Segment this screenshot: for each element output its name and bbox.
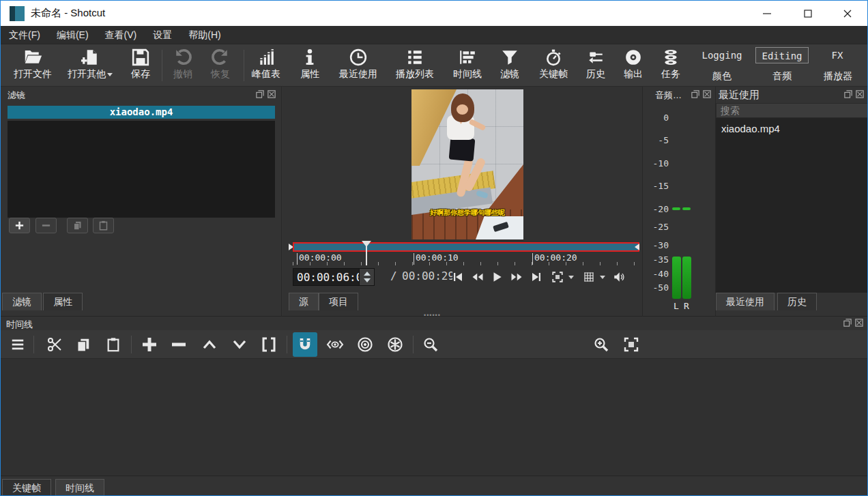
split-button[interactable] <box>257 332 281 357</box>
minimize-icon <box>763 10 771 18</box>
search-box <box>716 103 868 118</box>
copy-filters-button[interactable] <box>67 218 88 233</box>
scissors-icon <box>46 336 63 353</box>
tab-recent[interactable]: 最近使用 <box>716 293 775 310</box>
tab-properties[interactable]: 属性 <box>43 293 83 310</box>
paste-button[interactable] <box>101 332 126 357</box>
snap-button[interactable] <box>293 332 317 357</box>
open-file-button[interactable]: 打开文件 <box>2 47 63 85</box>
close-panel-icon[interactable] <box>703 90 711 98</box>
layout-fx-button[interactable]: FX <box>822 47 852 63</box>
ripple-delete-button[interactable] <box>167 332 191 357</box>
grid-button[interactable] <box>580 268 598 286</box>
stopwatch-icon <box>545 48 562 66</box>
timeline-panel: 时间线 <box>1 316 868 496</box>
zoom-in-button[interactable] <box>589 332 613 357</box>
playhead[interactable] <box>362 241 371 248</box>
float-panel-icon[interactable] <box>691 90 699 98</box>
timeline-menu-button[interactable] <box>5 332 30 357</box>
close-panel-icon[interactable] <box>856 90 864 98</box>
chevron-up-icon <box>201 336 218 353</box>
scrub-while-dragging-button[interactable] <box>323 332 347 357</box>
float-panel-icon[interactable] <box>843 319 852 327</box>
layout-player-button[interactable]: 播放器 <box>818 68 858 84</box>
ruler-label: 00:00:10 <box>416 252 459 263</box>
meter-scale-label: -15 <box>646 181 669 191</box>
menu-bar: 文件(F) 编辑(E) 查看(V) 设置 帮助(H) <box>1 26 867 44</box>
recent-panel-title: 最近使用 <box>719 89 760 102</box>
tab-timeline[interactable]: 时间线 <box>55 479 104 496</box>
timeline-panel-title: 时间线 <box>6 319 33 331</box>
filters-list[interactable] <box>8 121 275 218</box>
person <box>449 136 476 161</box>
grid-dropdown-caret[interactable] <box>600 276 605 279</box>
video-subtitle: 好啊那你想学哪句哪些呢 <box>411 208 523 218</box>
trim-out-marker[interactable] <box>635 244 639 250</box>
time-ruler[interactable]: 00:00:00 00:00:10 00:00:20 <box>293 252 639 265</box>
layout-audio-button[interactable]: 音频 <box>755 68 809 84</box>
player-panel: 好啊那你想学哪句哪些呢 00:00:00 00:00:10 00:00:20 /… <box>283 87 642 316</box>
copy-button[interactable] <box>71 332 96 357</box>
time-spinner[interactable] <box>359 269 374 285</box>
recent-button[interactable]: 最近使用 <box>328 47 389 85</box>
append-button[interactable] <box>137 332 162 357</box>
scrubber-bar[interactable] <box>293 242 639 252</box>
open-other-icon <box>81 48 99 66</box>
meter-scale-label: 0 <box>646 113 669 123</box>
lift-button[interactable] <box>197 332 222 357</box>
shotcut-window: 未命名 - Shotcut 文件(F) 编辑(E) 查看(V) 设置 帮助(H)… <box>0 0 868 496</box>
add-filter-button[interactable] <box>9 218 30 233</box>
zoom-fit-icon <box>623 336 639 353</box>
player-zoom-button[interactable] <box>549 268 566 286</box>
zoom-fit-button[interactable] <box>619 332 643 357</box>
remove-filter-button[interactable] <box>35 218 57 233</box>
layout-color-button[interactable]: 颜色 <box>698 68 746 84</box>
recent-panel: 最近使用 xiaodao.mp4 最近使用 历史 <box>716 87 868 316</box>
plus-icon <box>141 336 158 353</box>
menu-view[interactable]: 查看(V) <box>97 26 145 44</box>
asterisk-circle-icon <box>387 336 403 353</box>
skip-end-icon <box>530 271 542 283</box>
zoom-out-button[interactable] <box>418 332 443 357</box>
rewind-button[interactable] <box>469 268 487 286</box>
current-time-input[interactable] <box>293 269 359 285</box>
play-button[interactable] <box>488 268 506 286</box>
tab-source[interactable]: 源 <box>289 293 319 310</box>
paste-filters-button[interactable] <box>93 218 114 233</box>
ripple-target-icon <box>357 336 373 353</box>
menu-edit[interactable]: 编辑(E) <box>48 26 97 44</box>
menu-file[interactable]: 文件(F) <box>1 26 48 44</box>
copy-icon <box>76 337 91 352</box>
ripple-button[interactable] <box>353 332 377 357</box>
maximize-button[interactable] <box>796 5 820 23</box>
overwrite-button[interactable] <box>227 332 252 357</box>
layout-editing-button[interactable]: Editing <box>755 47 809 63</box>
tab-project[interactable]: 项目 <box>319 293 358 310</box>
recent-list-item[interactable]: xiaodao.mp4 <box>716 118 868 134</box>
minimize-button[interactable] <box>755 5 779 23</box>
menu-help[interactable]: 帮助(H) <box>180 26 229 44</box>
fast-forward-button[interactable] <box>508 268 525 286</box>
close-panel-icon[interactable] <box>267 90 276 98</box>
tab-keyframes[interactable]: 关键帧 <box>2 479 51 496</box>
volume-button[interactable] <box>610 268 628 286</box>
search-input[interactable] <box>717 104 867 117</box>
skip-start-button[interactable] <box>449 268 467 286</box>
jobs-button[interactable]: 任务 <box>640 47 701 85</box>
float-panel-icon[interactable] <box>256 90 264 98</box>
zoom-dropdown-caret[interactable] <box>568 276 574 279</box>
close-panel-icon[interactable] <box>855 319 863 327</box>
menu-settings[interactable]: 设置 <box>145 26 180 44</box>
layout-logging-button[interactable]: Logging <box>698 47 746 63</box>
skip-end-button[interactable] <box>527 268 545 286</box>
float-panel-icon[interactable] <box>844 90 852 98</box>
cut-button[interactable] <box>42 332 67 357</box>
tab-history[interactable]: 历史 <box>777 293 817 310</box>
timeline-toolbar <box>1 330 868 359</box>
spin-down-icon[interactable] <box>364 278 371 282</box>
ripple-all-tracks-button[interactable] <box>383 332 407 357</box>
peak-indicator-right <box>682 207 691 210</box>
tab-filters[interactable]: 滤镜 <box>2 293 42 310</box>
close-button[interactable] <box>836 5 859 23</box>
spin-up-icon[interactable] <box>364 272 371 276</box>
